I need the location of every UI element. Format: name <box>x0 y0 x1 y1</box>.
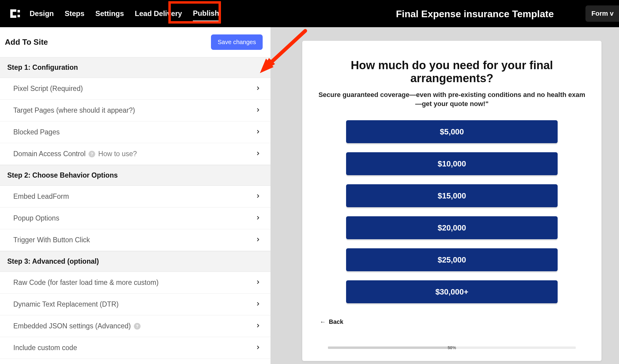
app-logo <box>8 8 21 20</box>
nav-tab-publish[interactable]: Publish <box>193 6 219 21</box>
back-label: Back <box>329 318 343 325</box>
arrow-left-icon: ← <box>320 318 326 325</box>
accordion-row[interactable]: Dynamic Text Replacement (DTR) <box>0 294 271 315</box>
top-nav-bar: DesignStepsSettingsLead DeliveryPublish … <box>0 0 619 27</box>
chevron-right-icon <box>255 129 261 136</box>
accordion-row[interactable]: Include custom code <box>0 337 271 359</box>
step-header: Step 3: Advanced (optional) <box>0 251 271 272</box>
info-icon: ? <box>89 151 95 157</box>
accordion-row[interactable]: Embedded JSON settings (Advanced)? <box>0 315 271 337</box>
progress-label: 50% <box>448 345 456 350</box>
progress-fill <box>328 346 452 349</box>
chevron-right-icon <box>255 193 261 200</box>
accordion-label: Raw Code (for faster load time & more cu… <box>13 279 159 287</box>
accordion-row[interactable]: Blocked Pages <box>0 121 271 143</box>
chevron-right-icon <box>255 301 261 308</box>
accordion-label: Popup Options <box>13 214 59 222</box>
accordion-row[interactable]: Trigger With Button Click <box>0 229 271 251</box>
coverage-option-button[interactable]: $15,000 <box>346 184 558 207</box>
svg-rect-0 <box>18 10 20 12</box>
accordion-row[interactable]: Embed LeadForm <box>0 186 271 208</box>
coverage-option-button[interactable]: $10,000 <box>346 152 558 175</box>
accordion-label: Include custom code <box>13 344 77 352</box>
info-icon: ? <box>134 323 141 330</box>
coverage-option-button[interactable]: $5,000 <box>346 120 558 143</box>
form-preview-card: How much do you need for your final arra… <box>302 41 601 361</box>
accordion-row[interactable]: Pixel Script (Required) <box>0 78 271 100</box>
nav-tab-lead-delivery[interactable]: Lead Delivery <box>135 6 182 21</box>
svg-rect-1 <box>18 15 20 17</box>
nav-tab-design[interactable]: Design <box>30 6 54 21</box>
form-view-button[interactable]: Form v <box>585 5 619 22</box>
hint-text: How to use? <box>98 150 137 158</box>
chevron-right-icon <box>255 107 261 114</box>
accordion-row[interactable]: Raw Code (for faster load time & more cu… <box>0 272 271 294</box>
accordion-label: Trigger With Button Click <box>13 236 90 244</box>
accordion-label: Embed LeadForm <box>13 192 69 201</box>
save-changes-button[interactable]: Save changes <box>211 34 263 50</box>
accordion-label: Target Pages (where should it appear?) <box>13 106 135 114</box>
step-header: Step 1: Configuration <box>0 57 271 78</box>
accordion-label: Blocked Pages <box>13 128 60 136</box>
accordion-label: Pixel Script (Required) <box>13 85 83 93</box>
question-subtitle: Secure guaranteed coverage—even with pre… <box>316 90 588 108</box>
sidebar-title: Add To Site <box>5 37 48 47</box>
nav-items: DesignStepsSettingsLead DeliveryPublish <box>30 6 230 21</box>
coverage-option-button[interactable]: $20,000 <box>346 216 558 239</box>
chevron-right-icon <box>255 279 261 286</box>
accordion-label: Dynamic Text Replacement (DTR) <box>13 300 119 308</box>
back-button[interactable]: ← Back <box>320 318 343 325</box>
accordion-row[interactable]: Domain Access Control?How to use? <box>0 143 271 165</box>
accordion-label: Domain Access Control?How to use? <box>13 150 137 158</box>
progress-bar: 50% <box>328 346 576 349</box>
nav-tab-steps[interactable]: Steps <box>65 6 84 21</box>
accordion-row[interactable]: Popup Options <box>0 208 271 229</box>
coverage-option-button[interactable]: $25,000 <box>346 248 558 271</box>
coverage-option-button[interactable]: $30,000+ <box>346 280 558 303</box>
chevron-right-icon <box>255 237 261 243</box>
accordion-label: Embedded JSON settings (Advanced)? <box>13 322 141 330</box>
options-list: $5,000$10,000$15,000$20,000$25,000$30,00… <box>346 120 558 303</box>
sidebar-header: Add To Site Save changes <box>0 27 271 57</box>
step-header: Step 2: Choose Behavior Options <box>0 165 271 186</box>
chevron-right-icon <box>255 151 261 157</box>
app-title: Final Expense insurance Template <box>396 8 554 20</box>
chevron-right-icon <box>255 215 261 222</box>
preview-area: How much do you need for your final arra… <box>271 27 619 364</box>
nav-tab-settings[interactable]: Settings <box>95 6 124 21</box>
accordion-row[interactable]: Target Pages (where should it appear?) <box>0 100 271 121</box>
chevron-right-icon <box>255 345 261 351</box>
question-title: How much do you need for your final arra… <box>314 59 589 85</box>
chevron-right-icon <box>255 85 261 92</box>
chevron-right-icon <box>255 323 261 330</box>
publish-sidebar: Add To Site Save changes Step 1: Configu… <box>0 27 271 364</box>
